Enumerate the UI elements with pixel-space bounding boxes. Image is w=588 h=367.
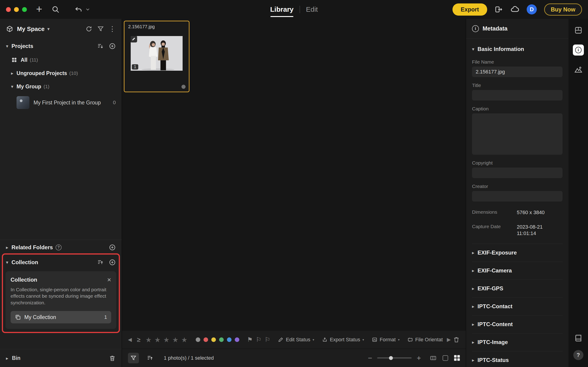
- projects-section-header[interactable]: ▾ Projects: [0, 39, 122, 53]
- orientation-icon: [408, 337, 413, 342]
- undo-button[interactable]: [74, 5, 83, 14]
- search-button[interactable]: [51, 5, 60, 14]
- window-zoom-button[interactable]: [22, 7, 27, 12]
- edit-status-label: Edit Status: [286, 337, 310, 343]
- filter-toggle-button[interactable]: [128, 353, 139, 363]
- star-icon[interactable]: ★: [172, 336, 179, 344]
- all-count: (11): [30, 57, 38, 63]
- window-minimize-button[interactable]: [14, 7, 19, 12]
- file-orientation-dropdown[interactable]: File Orientat: [408, 337, 443, 343]
- section-iptc-status[interactable]: ▸ IPTC-Status: [472, 351, 562, 367]
- section-exif-gps[interactable]: ▸ EXIF-GPS: [472, 280, 562, 297]
- grid-view-icon[interactable]: [454, 355, 460, 361]
- label-blue-dot[interactable]: [227, 337, 231, 342]
- title-label: Title: [472, 83, 562, 88]
- export-to-button[interactable]: [494, 5, 503, 14]
- sidebar-item-my-collection[interactable]: My Collection 1: [11, 311, 111, 323]
- zoom-out-button[interactable]: −: [368, 354, 372, 362]
- more-options-icon[interactable]: ⋮: [109, 25, 116, 32]
- related-folders-help-icon[interactable]: ?: [56, 244, 61, 250]
- sidebar-item-my-group[interactable]: ▾ My Group (1): [0, 80, 122, 93]
- title-field[interactable]: [472, 90, 562, 100]
- caption-field[interactable]: [472, 113, 562, 155]
- window-close-button[interactable]: [6, 7, 11, 12]
- edit-status-dropdown[interactable]: Edit Status ▾: [278, 337, 314, 343]
- collection-section-header[interactable]: ▾ Collection: [0, 255, 122, 269]
- single-view-icon[interactable]: [443, 355, 448, 361]
- creator-field[interactable]: [472, 191, 562, 201]
- section-iptc-content[interactable]: ▸ IPTC-Content: [472, 315, 562, 333]
- effects-tab-button[interactable]: [573, 64, 584, 75]
- zoom-slider[interactable]: [377, 357, 412, 359]
- history-dropdown-button[interactable]: [85, 7, 91, 12]
- selection-dot[interactable]: [181, 85, 186, 89]
- label-red-dot[interactable]: [204, 337, 208, 342]
- section-iptc-contact[interactable]: ▸ IPTC-Contact: [472, 297, 562, 315]
- add-related-folder-icon[interactable]: [109, 244, 116, 251]
- refresh-icon[interactable]: [85, 25, 92, 32]
- zoom-slider-knob[interactable]: [389, 356, 393, 360]
- zoom-in-button[interactable]: +: [417, 354, 421, 362]
- collection-section: ▾ Collection Collection × In Collection,…: [0, 255, 122, 333]
- export-status-label: Export Status: [330, 337, 360, 343]
- sort-order-button[interactable]: [145, 353, 155, 363]
- basic-info-section-header[interactable]: ▾ Basic Information: [472, 44, 562, 54]
- export-button[interactable]: Export: [452, 3, 487, 16]
- my-group-label: My Group: [17, 83, 41, 90]
- label-gray-dot[interactable]: [196, 337, 200, 342]
- label-yellow-dot[interactable]: [211, 337, 216, 342]
- sort-icon[interactable]: [97, 43, 104, 50]
- label-green-dot[interactable]: [219, 337, 224, 342]
- gallery-tab-button[interactable]: [573, 25, 584, 36]
- gallery-icon: [574, 26, 582, 34]
- section-iptc-image[interactable]: ▸ IPTC-Image: [472, 333, 562, 351]
- star-icon[interactable]: ★: [181, 336, 187, 344]
- star-icon[interactable]: ★: [154, 336, 161, 344]
- star-icon[interactable]: ★: [145, 336, 152, 344]
- buy-now-button[interactable]: Buy Now: [544, 3, 582, 16]
- toolbar-trash-icon[interactable]: [453, 336, 460, 343]
- user-avatar[interactable]: D: [527, 4, 537, 15]
- close-icon[interactable]: ×: [107, 276, 111, 283]
- tab-library[interactable]: Library: [270, 6, 294, 13]
- toolbar-next-icon[interactable]: ▶: [447, 337, 451, 343]
- format-dropdown[interactable]: Format ▾: [372, 337, 400, 343]
- star-icon[interactable]: ★: [163, 336, 170, 344]
- info-tab-button[interactable]: i: [573, 44, 584, 56]
- sidebar-item-bin[interactable]: ▸ Bin: [0, 349, 122, 367]
- add-project-icon[interactable]: [109, 43, 116, 50]
- toolbar-prev-icon[interactable]: ◀: [128, 337, 132, 343]
- flag-unflagged-icon[interactable]: ⚐: [256, 336, 261, 343]
- trash-icon[interactable]: [109, 355, 116, 362]
- sidebar-item-first-project[interactable]: My First Project in the Group 0: [0, 93, 122, 112]
- file-orientation-label: File Orientat: [415, 337, 443, 343]
- related-folders-header[interactable]: ▸ Related Folders ?: [0, 240, 122, 255]
- collection-card-title: Collection: [11, 276, 37, 283]
- help-button[interactable]: ?: [573, 350, 583, 360]
- export-status-dropdown[interactable]: Export Status ▾: [322, 337, 364, 343]
- tab-edit[interactable]: Edit: [306, 6, 318, 13]
- section-exif-camera[interactable]: ▸ EXIF-Camera: [472, 262, 562, 280]
- sidebar-item-ungrouped-projects[interactable]: ▸ Ungrouped Projects (10): [0, 67, 122, 80]
- ungrouped-chevron-icon: ▸: [11, 70, 13, 76]
- sidebar-item-all[interactable]: All (11): [0, 53, 122, 67]
- section-exif-exposure[interactable]: ▸ EXIF-Exposure: [472, 244, 562, 262]
- space-selector[interactable]: My Space ▾ ⋮: [0, 19, 122, 39]
- chevron-right-icon: ▸: [472, 250, 474, 255]
- collection-sort-icon[interactable]: [97, 259, 104, 266]
- flag-picked-icon[interactable]: ⚑: [247, 336, 253, 343]
- filmstrip-view-icon[interactable]: [430, 355, 437, 361]
- star-rating[interactable]: ★★★★★: [145, 336, 187, 344]
- file-name-field[interactable]: 2.156177.jpg: [472, 67, 562, 77]
- flag-rejected-icon[interactable]: ⚐: [264, 336, 270, 343]
- add-button[interactable]: +: [36, 4, 42, 14]
- learn-button[interactable]: [573, 333, 584, 344]
- min-rating-filter[interactable]: ≥: [137, 336, 140, 343]
- capture-date-value: 2023-08-21 11:01:14: [517, 224, 559, 237]
- add-collection-icon[interactable]: [109, 259, 116, 266]
- photo-thumbnail-cell[interactable]: 2.156177.jpg: [124, 21, 189, 92]
- label-purple-dot[interactable]: [235, 337, 239, 342]
- cloud-sync-button[interactable]: [510, 5, 519, 14]
- copyright-field[interactable]: [472, 167, 562, 178]
- filter-icon[interactable]: [97, 26, 104, 32]
